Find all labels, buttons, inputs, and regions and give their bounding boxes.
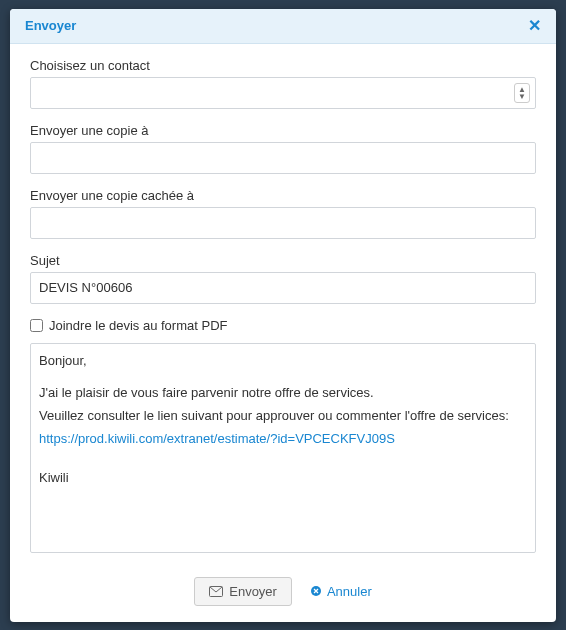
message-signature: Kiwili [39, 469, 527, 488]
subject-input[interactable] [30, 272, 536, 304]
bcc-input[interactable] [30, 207, 536, 239]
message-body[interactable]: Bonjour, J'ai le plaisir de vous faire p… [30, 343, 536, 553]
message-line1: J'ai le plaisir de vous faire parvenir n… [39, 384, 527, 403]
dialog-body: Choisisez un contact ▲▼ Envoyer une copi… [10, 44, 556, 563]
close-icon: ✕ [528, 17, 541, 34]
send-button[interactable]: Envoyer [194, 577, 292, 606]
contact-select-wrap: ▲▼ [30, 77, 536, 109]
attach-pdf-label[interactable]: Joindre le devis au format PDF [49, 318, 227, 333]
send-dialog: Envoyer ✕ Choisisez un contact ▲▼ Envoye… [10, 9, 556, 622]
dialog-header: Envoyer ✕ [10, 9, 556, 44]
bcc-label: Envoyer une copie cachée à [30, 188, 536, 203]
bcc-group: Envoyer une copie cachée à [30, 188, 536, 239]
subject-label: Sujet [30, 253, 536, 268]
message-greeting: Bonjour, [39, 352, 527, 371]
cc-label: Envoyer une copie à [30, 123, 536, 138]
cc-input[interactable] [30, 142, 536, 174]
dialog-footer: Envoyer Annuler [10, 563, 556, 622]
contact-label: Choisisez un contact [30, 58, 536, 73]
send-button-label: Envoyer [229, 584, 277, 599]
cancel-button-label: Annuler [327, 584, 372, 599]
attach-pdf-checkbox[interactable] [30, 319, 43, 332]
attach-pdf-row: Joindre le devis au format PDF [30, 318, 536, 333]
cancel-icon [310, 585, 322, 597]
message-line2: Veuillez consulter le lien suivant pour … [39, 407, 527, 426]
close-button[interactable]: ✕ [528, 18, 541, 34]
subject-group: Sujet [30, 253, 536, 304]
envelope-icon [209, 586, 223, 597]
message-link[interactable]: https://prod.kiwili.com/extranet/estimat… [39, 431, 395, 446]
dialog-title: Envoyer [25, 18, 76, 33]
contact-select[interactable] [30, 77, 536, 109]
contact-group: Choisisez un contact ▲▼ [30, 58, 536, 109]
cc-group: Envoyer une copie à [30, 123, 536, 174]
select-caret-icon[interactable]: ▲▼ [514, 83, 530, 103]
cancel-button[interactable]: Annuler [310, 584, 372, 599]
